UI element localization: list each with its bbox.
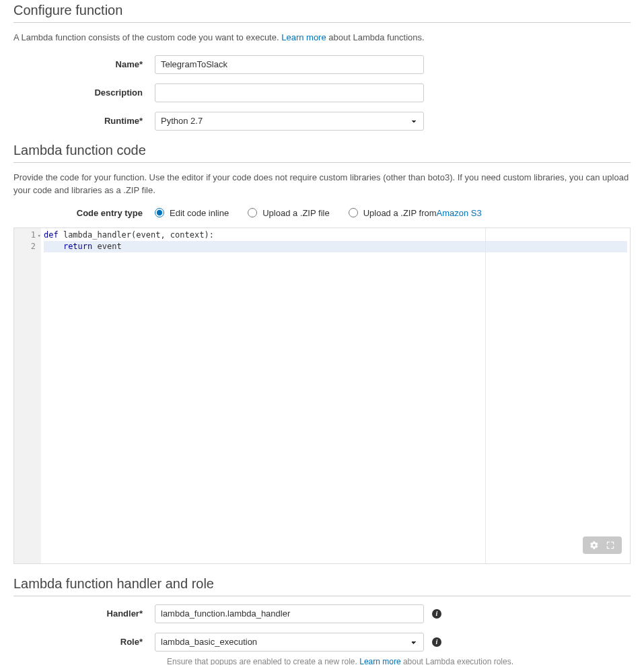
radio-upload-s3-input[interactable] — [349, 208, 358, 217]
description-input[interactable] — [155, 83, 424, 102]
code-editor[interactable]: 1▾ 2 def lambda_handler(event, context):… — [13, 228, 631, 564]
info-icon-handler[interactable]: i — [432, 609, 441, 619]
code-ruler — [485, 228, 486, 563]
role-label: Role* — [13, 637, 155, 647]
radio-upload-s3-label: Upload a .ZIP from — [363, 208, 437, 218]
code-description: Provide the code for your function. Use … — [13, 171, 631, 197]
fullscreen-icon[interactable] — [606, 540, 615, 550]
code-kw-def: def — [44, 230, 59, 240]
radio-edit-inline-label: Edit code inline — [170, 208, 229, 218]
gear-icon[interactable] — [589, 540, 599, 550]
learn-more-link-configure[interactable]: Learn more — [281, 32, 326, 42]
learn-more-link-role[interactable]: Learn more — [359, 657, 400, 666]
line-number-1: 1 — [31, 230, 36, 240]
runtime-label: Runtime* — [13, 116, 155, 126]
section-title-code: Lambda function code — [13, 143, 631, 163]
radio-upload-zip-input[interactable] — [248, 208, 257, 217]
code-gutter: 1▾ 2 — [14, 228, 41, 563]
editor-toolbar — [583, 536, 622, 554]
radio-upload-s3[interactable]: Upload a .ZIP from Amazon S3 — [349, 208, 482, 218]
role-helper-pre: Ensure that popups are enabled to create… — [167, 657, 359, 666]
role-helper-post: about Lambda execution roles. — [401, 657, 513, 666]
radio-edit-inline[interactable]: Edit code inline — [155, 208, 229, 218]
name-input[interactable] — [155, 55, 424, 74]
handler-label: Handler* — [13, 608, 155, 619]
section-title-handler: Lambda function handler and role — [13, 576, 631, 596]
role-select[interactable]: lambda_basic_execution — [155, 633, 424, 652]
code-textarea[interactable]: def lambda_handler(event, context): retu… — [41, 228, 630, 563]
radio-edit-inline-input[interactable] — [155, 208, 164, 217]
name-label: Name* — [13, 59, 155, 69]
configure-desc-pre: A Lambda function consists of the custom… — [13, 32, 281, 42]
code-line1-rest: lambda_handler(event, context): — [59, 230, 214, 240]
description-label: Description — [13, 88, 155, 98]
amazon-s3-link[interactable]: Amazon S3 — [437, 208, 482, 218]
configure-description: A Lambda function consists of the custom… — [13, 31, 631, 44]
handler-input[interactable] — [155, 604, 424, 623]
info-icon-role[interactable]: i — [432, 637, 441, 647]
code-kw-return: return — [63, 242, 92, 251]
radio-upload-zip[interactable]: Upload a .ZIP file — [248, 208, 329, 218]
runtime-select[interactable]: Python 2.7 — [155, 112, 424, 131]
radio-upload-zip-label: Upload a .ZIP file — [262, 208, 329, 218]
role-helper-text: Ensure that popups are enabled to create… — [167, 657, 631, 666]
code-line2-indent — [44, 242, 63, 251]
configure-desc-post: about Lambda functions. — [326, 32, 425, 42]
section-title-configure: Configure function — [13, 3, 631, 23]
code-line2-rest: event — [92, 242, 121, 251]
line-number-2: 2 — [31, 242, 36, 251]
code-entry-label: Code entry type — [13, 208, 155, 218]
